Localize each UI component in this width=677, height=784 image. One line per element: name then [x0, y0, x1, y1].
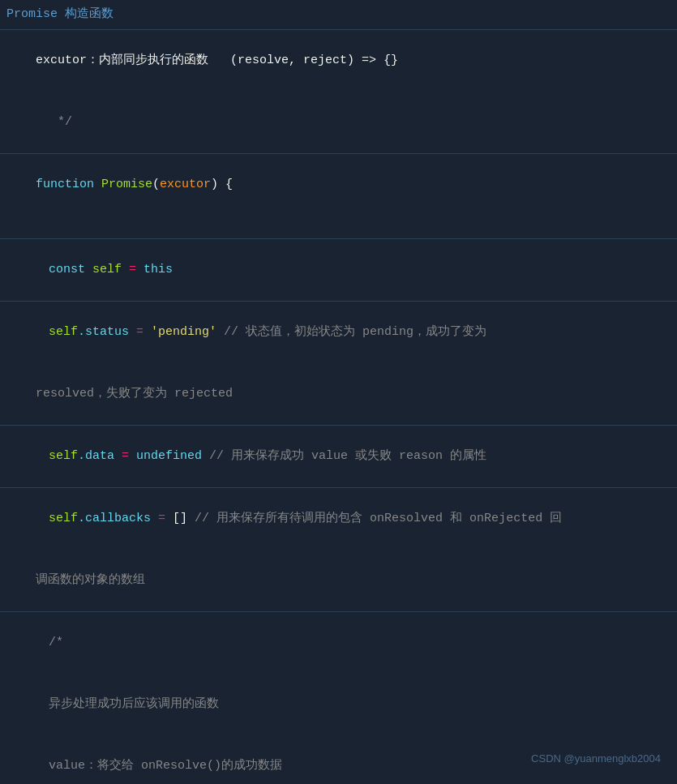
comment-data: // 用来保存成功 value 或失败 reason 的属性: [202, 449, 486, 463]
comment-callbacks: // 用来保存所有待调用的包含 onResolved 和 onRejected …: [187, 512, 562, 525]
line-excutor-comment: excutor：内部同步执行的函数 (resolve, reject) => {…: [0, 30, 677, 92]
text-excutor: excutor：内部同步执行的函数: [36, 54, 230, 67]
line-comment-end1: */: [0, 92, 677, 153]
self-data-self: self: [49, 449, 78, 463]
self-status-self: self: [49, 325, 78, 339]
fn-promise-name: Promise: [101, 178, 152, 191]
text-params: (resolve, reject) => {}: [230, 54, 398, 67]
fn-promise-close: ) {: [211, 178, 233, 191]
watermark-text: CSDN @yuanmenglxb2004: [531, 752, 661, 765]
prop-data: .data: [78, 449, 122, 463]
comment-status: // 状态值，初始状态为 pending，成功了变为: [216, 325, 486, 339]
line-comment-async: 异步处理成功后应该调用的函数: [0, 674, 677, 735]
prop-status: .status: [78, 325, 136, 339]
line-function-promise: function Promise(excutor) {: [0, 154, 677, 216]
line-self-status: self.status = 'pending' // 状态值，初始状态为 pen…: [0, 302, 677, 363]
line-comment-start: /*: [0, 612, 677, 674]
line-self-status-wrap: resolved，失败了变为 rejected: [0, 363, 677, 425]
text-comment-end1: */: [36, 115, 72, 129]
header-title: Promise 构造函数: [6, 7, 114, 21]
op-assign4: =: [158, 512, 173, 525]
val-array: []: [173, 512, 187, 525]
val-undefined: undefined: [136, 449, 202, 463]
op-assign3: =: [122, 449, 136, 463]
line-const-self: const self = this: [0, 239, 677, 301]
text-comment-start: /*: [49, 636, 63, 649]
kw-const: const: [49, 263, 92, 276]
line-self-callbacks: self.callbacks = [] // 用来保存所有待调用的包含 onRe…: [0, 488, 677, 550]
kw-this: this: [144, 263, 173, 276]
prop-callbacks: .callbacks: [78, 512, 158, 525]
kw-function: function: [36, 178, 101, 191]
op-assign2: =: [136, 325, 151, 339]
self-callbacks-self: self: [49, 512, 78, 525]
line-callbacks-wrap: 调函数的对象的数组: [0, 550, 677, 611]
watermark: CSDN @yuanmenglxb2004: [531, 751, 661, 768]
text-comment-value: value：将交给 onResolve()的成功数据: [49, 759, 282, 773]
comment-callbacks-wrap: 调函数的对象的数组: [36, 573, 145, 587]
op-assign1: =: [129, 263, 144, 276]
fn-promise-open: (: [152, 178, 160, 191]
code-container: Promise 构造函数 excutor：内部同步执行的函数 (resolve,…: [0, 0, 677, 784]
line-blank1: [0, 216, 677, 238]
param-excutor: excutor: [160, 178, 211, 191]
line-self-data: self.data = undefined // 用来保存成功 value 或失…: [0, 426, 677, 487]
page-header: Promise 构造函数: [0, 0, 677, 30]
val-pending: 'pending': [151, 325, 216, 339]
comment-status-wrap: resolved，失败了变为 rejected: [36, 387, 233, 401]
var-self: self: [92, 263, 129, 276]
text-comment-async: 异步处理成功后应该调用的函数: [49, 697, 219, 711]
